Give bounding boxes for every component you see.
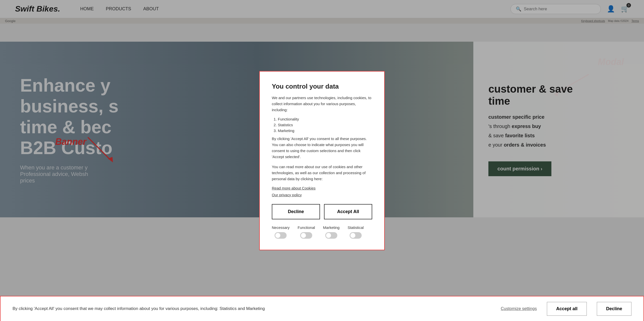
modal-list: Functionality Statistics Marketing: [278, 117, 372, 133]
toggles-row: Necessary Functional Marketing Statistic…: [272, 225, 372, 239]
modal-cookies-link[interactable]: Read more about Cookies: [272, 186, 372, 190]
toggle-functional-switch[interactable]: [300, 232, 312, 239]
toggle-functional: Functional: [298, 225, 315, 239]
toggle-marketing-knob: [326, 233, 331, 238]
toggle-functional-knob: [301, 233, 306, 238]
toggle-marketing: Marketing: [323, 225, 340, 239]
modal-list-item-3: Marketing: [278, 129, 372, 133]
modal-buttons: Decline Accept All: [272, 204, 372, 219]
cookie-modal: You control your data We and our partner…: [259, 71, 385, 250]
toggle-necessary-label: Necessary: [272, 225, 290, 230]
modal-title: You control your data: [272, 83, 372, 90]
modal-read-more-text: You can read more about our use of cooki…: [272, 164, 372, 182]
cookie-accept-all-button[interactable]: Accept all: [547, 302, 587, 316]
modal-intro: We and our partners use technologies, in…: [272, 95, 372, 113]
modal-accept-text: By clicking 'Accept All' you consent to …: [272, 136, 372, 160]
toggle-functional-label: Functional: [298, 225, 315, 230]
cookie-banner: By clicking 'Accept All' you consent tha…: [0, 296, 644, 321]
toggle-statistical-switch[interactable]: [350, 232, 362, 239]
toggle-statistical-label: Statistical: [348, 225, 364, 230]
toggle-marketing-switch[interactable]: [325, 232, 337, 239]
modal-list-item-2: Statistics: [278, 123, 372, 127]
toggle-necessary-switch[interactable]: [275, 232, 287, 239]
toggle-necessary: Necessary: [272, 225, 290, 239]
modal-list-item-1: Functionality: [278, 117, 372, 121]
toggle-statistical-knob: [350, 233, 355, 238]
customize-settings-link[interactable]: Customize settings: [501, 306, 537, 311]
modal-accept-all-button[interactable]: Accept All: [324, 204, 372, 219]
modal-privacy-link[interactable]: Our privacy policy: [272, 193, 372, 197]
modal-overlay[interactable]: You control your data We and our partner…: [0, 0, 644, 321]
cookie-banner-text: By clicking 'Accept All' you consent tha…: [13, 305, 491, 312]
toggle-statistical: Statistical: [348, 225, 364, 239]
modal-decline-button[interactable]: Decline: [272, 204, 320, 219]
toggle-marketing-label: Marketing: [323, 225, 340, 230]
toggle-necessary-knob: [275, 233, 280, 238]
cookie-decline-button[interactable]: Decline: [597, 302, 631, 316]
